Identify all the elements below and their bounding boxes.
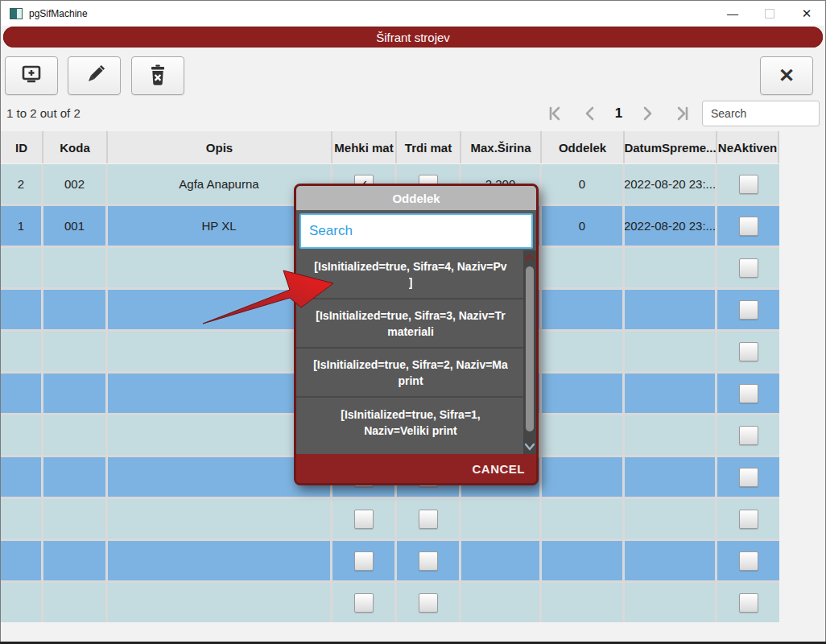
table-cell [717, 583, 779, 622]
checkbox[interactable] [739, 384, 758, 403]
table-cell: 2022-08-20 23:... [625, 206, 717, 246]
checkbox[interactable] [739, 258, 758, 278]
table-cell [717, 332, 779, 371]
checkbox[interactable] [739, 510, 758, 529]
dialog-search-input[interactable] [299, 213, 533, 249]
oddelek-option[interactable]: [IsInitialized=true, Sifra=1,Naziv=Velik… [296, 398, 523, 447]
dialog-search-wrap [296, 210, 536, 250]
table-row[interactable] [1, 499, 779, 539]
table-cell: 0 [542, 206, 625, 246]
edit-icon [81, 63, 107, 89]
table-cell [43, 541, 108, 580]
close-icon: ✕ [779, 64, 795, 87]
table-cell [397, 499, 461, 539]
page-title: Šifrant strojev [376, 31, 450, 44]
last-page-button[interactable] [672, 103, 693, 124]
checkbox[interactable] [739, 342, 758, 361]
table-cell [625, 583, 717, 622]
table-cell [625, 541, 717, 580]
table-cell [1, 583, 43, 622]
app-icon [10, 8, 23, 19]
checkbox[interactable] [739, 551, 758, 571]
table-cell [625, 332, 717, 371]
table-cell [332, 541, 397, 580]
table-cell [625, 457, 717, 497]
table-search-input[interactable] [702, 101, 820, 126]
checkbox[interactable] [739, 175, 758, 194]
edit-record-button[interactable] [68, 56, 121, 95]
oddelek-option[interactable]: [IsInitialized=true, Sifra=4, Naziv=Pv] [296, 250, 523, 299]
checkbox[interactable] [739, 468, 758, 487]
close-view-button[interactable]: ✕ [760, 56, 813, 95]
table-cell [108, 583, 332, 622]
table-cell [542, 415, 625, 455]
table-cell [542, 290, 625, 329]
column-header-3: Mehki mat [332, 131, 397, 163]
table-cell: 002 [43, 164, 108, 204]
column-header-6: Oddelek [542, 131, 625, 163]
record-range-text: 1 to 2 out of 2 [6, 106, 81, 120]
table-cell [717, 248, 779, 287]
checkbox[interactable] [354, 510, 374, 529]
table-cell [43, 457, 108, 497]
add-icon [17, 63, 46, 89]
table-row[interactable] [1, 541, 779, 580]
checkbox[interactable] [419, 510, 438, 529]
scrollbar-thumb[interactable] [526, 266, 534, 431]
table-cell [542, 541, 625, 580]
table-cell [1, 332, 43, 371]
table-cell [625, 415, 717, 455]
next-page-button[interactable] [637, 103, 658, 124]
table-cell [542, 457, 625, 497]
checkbox[interactable] [354, 593, 374, 613]
table-cell [461, 583, 542, 622]
column-header-8: NeAktiven [717, 131, 779, 163]
checkbox[interactable] [419, 593, 438, 613]
column-header-4: Trdi mat [397, 131, 461, 163]
dialog-title: Oddelek [296, 186, 536, 210]
column-header-2: Opis [108, 131, 332, 163]
table-cell [1, 248, 43, 287]
oddelek-option[interactable]: [IsInitialized=true, Sifra=3, Naziv=Trma… [296, 299, 523, 349]
table-cell [542, 248, 625, 287]
checkbox[interactable] [739, 217, 758, 236]
table-cell [1, 457, 43, 497]
table-row[interactable] [1, 583, 779, 622]
table-cell: 1 [1, 206, 43, 246]
delete-record-button[interactable] [131, 56, 184, 95]
table-cell [542, 332, 625, 371]
table-cell [108, 541, 332, 580]
maximize-button[interactable] [751, 1, 788, 26]
prev-page-button[interactable] [580, 103, 601, 124]
add-record-button[interactable] [5, 56, 58, 95]
column-header-5: Max.Širina [461, 131, 542, 163]
table-cell [625, 290, 717, 329]
dialog-footer: CANCEL [296, 454, 536, 483]
table-cell: 0 [542, 164, 625, 204]
oddelek-option[interactable]: [IsInitialized=true, Sifra=2, Naziv=Mapr… [296, 349, 523, 398]
checkbox[interactable] [419, 551, 438, 571]
pager: 1 [544, 101, 693, 126]
table-cell [43, 290, 108, 329]
table-cell [717, 374, 779, 413]
table-cell [717, 457, 779, 497]
minimize-button[interactable]: — [714, 1, 751, 26]
table-cell [1, 374, 43, 413]
window-title: pgSifMachine [29, 8, 88, 19]
scroll-up-icon[interactable] [525, 250, 535, 265]
checkbox[interactable] [354, 551, 374, 571]
table-cell [1, 541, 43, 580]
first-page-button[interactable] [544, 103, 565, 124]
table-cell [717, 290, 779, 329]
cancel-button[interactable]: CANCEL [473, 462, 526, 476]
table-cell [108, 499, 332, 539]
checkbox[interactable] [739, 426, 758, 445]
window-close-button[interactable]: ✕ [788, 1, 825, 26]
table-cell [43, 415, 108, 455]
checkbox[interactable] [739, 300, 758, 320]
table-cell [43, 499, 108, 539]
checkbox[interactable] [739, 593, 758, 613]
scroll-down-icon[interactable] [525, 440, 535, 454]
dialog-scrollbar[interactable] [523, 250, 536, 454]
table-cell [717, 164, 779, 204]
